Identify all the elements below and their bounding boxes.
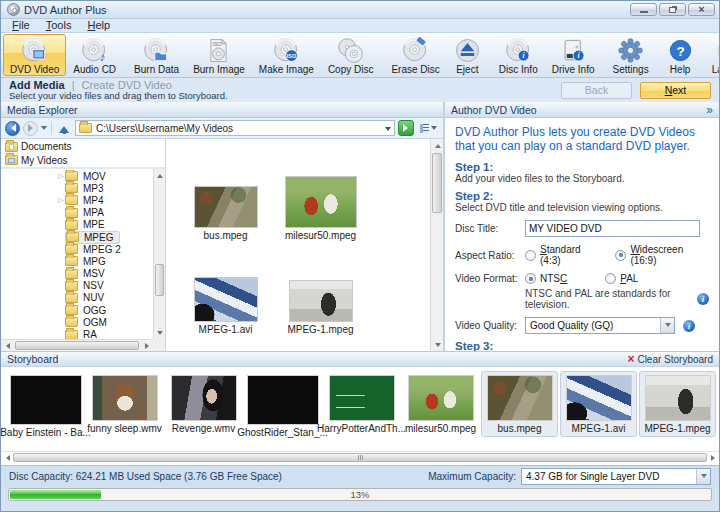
- toolbar-dvd-video-button[interactable]: DVD Video: [3, 34, 66, 76]
- file-milesur50-mpeg[interactable]: milesur50.mpeg: [273, 147, 368, 241]
- tree-folder-ogg[interactable]: OGG: [1, 304, 153, 316]
- toolbar-audio-cd-button[interactable]: ♪Audio CD: [66, 34, 123, 76]
- toolbar-launch-button[interactable]: Launch: [705, 34, 720, 76]
- media-explorer-header: Media Explorer: [1, 102, 443, 118]
- toolbar-make-image-button[interactable]: ISOMake Image: [252, 34, 321, 76]
- storyboard-item-mpeg-1-avi[interactable]: MPEG-1.avi: [560, 371, 637, 437]
- tree-horizontal-scrollbar[interactable]: [1, 339, 153, 351]
- burn-image-icon: ISO: [205, 37, 232, 64]
- tree-folder-mpeg-2[interactable]: MPEG 2: [1, 243, 153, 255]
- storyboard-thumbnail: [408, 375, 474, 421]
- favorite-my-videos[interactable]: My Videos: [1, 154, 165, 168]
- drive-info-icon: i: [560, 37, 587, 64]
- close-button[interactable]: ×: [688, 3, 715, 16]
- tree-folder-mpg[interactable]: MPG: [1, 255, 153, 267]
- storyboard-item-mpeg-1-mpeg[interactable]: MPEG-1.mpeg: [639, 371, 716, 437]
- tree-folder-mp4[interactable]: ▷MP4: [1, 194, 153, 206]
- storyboard-thumbnail: [645, 375, 711, 421]
- toolbar-eject-button[interactable]: Eject: [447, 34, 488, 76]
- go-button[interactable]: [398, 120, 414, 136]
- views-button[interactable]: [417, 120, 439, 136]
- storyboard-item-baby-einstein-ba-[interactable]: Baby Einstein - Ba...: [7, 371, 84, 441]
- wizard-bar: Add Media | Create DVD Video Select your…: [1, 78, 719, 102]
- tree-folder-msv[interactable]: MSV: [1, 268, 153, 280]
- storyboard-item-bus-mpeg[interactable]: bus.mpeg: [481, 371, 558, 437]
- address-dropdown-caret[interactable]: [385, 127, 391, 134]
- favorite-documents[interactable]: Documents: [1, 140, 165, 154]
- menu-help[interactable]: Help: [80, 19, 117, 32]
- tree-vertical-scrollbar[interactable]: [153, 169, 165, 339]
- toolbar-erase-disc-button[interactable]: Erase Disc: [384, 34, 446, 76]
- storyboard-item-revenge-wmv[interactable]: Revenge.wmv: [165, 371, 242, 437]
- nav-forward-button[interactable]: [23, 121, 38, 136]
- nav-history-caret[interactable]: [41, 126, 47, 133]
- storyboard-title: Storyboard: [7, 353, 58, 365]
- folder-icon: [66, 232, 79, 242]
- radio-standard-4-3-[interactable]: Standard (4:3): [525, 244, 601, 266]
- disc-title-input[interactable]: [525, 220, 700, 237]
- storyboard-item-ghostrider-stan-[interactable]: GhostRider_Stan_...: [244, 371, 321, 441]
- tree-folder-mpa[interactable]: MPA: [1, 207, 153, 219]
- storyboard-thumbnail: [487, 375, 553, 421]
- address-combo[interactable]: C:\Users\Username\My Videos: [75, 120, 395, 136]
- radio-widescreen-16-9-[interactable]: Widescreen (16:9): [615, 244, 709, 266]
- tree-folder-mov[interactable]: ▷MOV: [1, 170, 153, 182]
- storyboard-thumbnail: [329, 375, 395, 421]
- file-thumbnail: [289, 280, 353, 322]
- menu-file[interactable]: File: [5, 19, 37, 32]
- favorites-pane: DocumentsMy Videos: [1, 139, 165, 169]
- files-vertical-scrollbar[interactable]: [430, 139, 443, 351]
- disc-capacity-text: Disc Capacity: 624.21 MB Used Space (3.7…: [9, 471, 282, 482]
- storyboard-strip: Baby Einstein - Ba...funny sleep.wmvReve…: [1, 367, 719, 451]
- disc-data-icon: [143, 37, 170, 64]
- folder-icon: [65, 171, 78, 181]
- toolbar-help-button[interactable]: ?Help: [660, 34, 701, 76]
- tree-folder-mpeg[interactable]: MPEG: [1, 231, 153, 243]
- folder-icon: [65, 220, 78, 230]
- format-info-icon[interactable]: i: [697, 293, 709, 305]
- help-icon: ?: [667, 37, 694, 64]
- menu-tools[interactable]: Tools: [39, 19, 79, 32]
- make-image-icon: ISO: [273, 37, 300, 64]
- minimize-button[interactable]: [630, 3, 657, 16]
- next-button[interactable]: Next: [640, 82, 711, 99]
- tree-folder-mp3[interactable]: MP3: [1, 182, 153, 194]
- folder-icon: [65, 256, 78, 266]
- tree-folder-ogm[interactable]: OGM: [1, 316, 153, 328]
- storyboard-item-milesur50-mpeg[interactable]: milesur50.mpeg: [402, 371, 479, 437]
- window-title: DVD Author Plus: [24, 4, 107, 16]
- storyboard-item-funny-sleep-wmv[interactable]: funny sleep.wmv: [86, 371, 163, 437]
- back-button[interactable]: Back: [561, 82, 632, 99]
- tree-folder-nuv[interactable]: NUV: [1, 292, 153, 304]
- tree-folder-mpe[interactable]: MPE: [1, 219, 153, 231]
- file-mpeg-1-avi[interactable]: MPEG-1.avi: [178, 241, 273, 335]
- launch-icon: [715, 37, 720, 64]
- restore-button[interactable]: [659, 3, 686, 16]
- storyboard-item-harrypotterandth-[interactable]: HarryPotterAndTh...: [323, 371, 400, 437]
- toolbar-copy-disc-button[interactable]: Copy Disc: [321, 34, 381, 76]
- step3-title: Step 3:: [455, 340, 709, 351]
- quality-info-icon[interactable]: i: [683, 320, 695, 332]
- nav-back-button[interactable]: [5, 121, 20, 136]
- status-bar: Disc Capacity: 624.21 MB Used Space (3.7…: [1, 465, 719, 487]
- storyboard-thumbnail: [10, 375, 82, 425]
- file-mpeg-1-mpeg[interactable]: MPEG-1.mpeg: [273, 241, 368, 335]
- tree-folder-ra[interactable]: RA: [1, 328, 153, 339]
- radio-ntsc[interactable]: NTSC: [525, 273, 567, 284]
- folder-icon: [65, 183, 78, 193]
- video-quality-select[interactable]: Good Quality (GQ): [525, 317, 675, 334]
- toolbar-settings-button[interactable]: Settings: [606, 34, 656, 76]
- file-bus-mpeg[interactable]: bus.mpeg: [178, 147, 273, 241]
- max-capacity-select[interactable]: 4.37 GB for Single Layer DVD: [521, 468, 711, 485]
- collapse-panel-chevron[interactable]: »: [706, 103, 713, 117]
- clear-storyboard-button[interactable]: × Clear Storyboard: [627, 353, 713, 365]
- up-folder-button[interactable]: [56, 120, 72, 136]
- toolbar-burn-data-button[interactable]: Burn Data: [127, 34, 186, 76]
- toolbar-disc-info-button[interactable]: iDisc Info: [492, 34, 545, 76]
- tree-folder-nsv[interactable]: NSV: [1, 280, 153, 292]
- folder-icon: [65, 330, 78, 339]
- storyboard-scrollbar[interactable]: [1, 451, 719, 465]
- toolbar-burn-image-button[interactable]: ISOBurn Image: [186, 34, 252, 76]
- radio-pal[interactable]: PAL: [605, 273, 638, 284]
- toolbar-drive-info-button[interactable]: iDrive Info: [545, 34, 602, 76]
